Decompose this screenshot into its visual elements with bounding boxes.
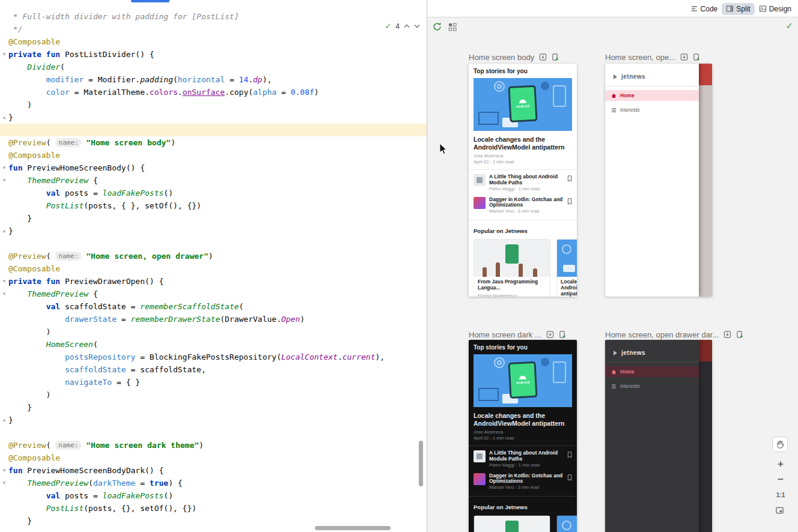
hero-illustration: android [474,78,572,131]
deploy-preview-icon[interactable] [736,330,744,339]
popular-heading: Popular on Jetnews [474,228,572,234]
post-thumbnail [474,473,486,485]
preview-card-home-screen-open-drawer[interactable]: jetnews Home Interests [605,64,712,297]
popular-carousel: From Java Programming Langua... Florina … [474,239,577,297]
popular-card: Locale changes and the AndroidViewModel … [556,515,577,532]
split-view-icon [726,5,734,13]
nav-drawer: jetnews Home Interests [605,340,699,532]
code-editor[interactable]: * Full-width divider with padding for [P… [0,0,427,532]
deploy-preview-icon[interactable] [693,53,701,61]
zoom-in-button[interactable]: + [775,458,786,470]
inspections-widget[interactable]: ✓ 4 [383,21,422,31]
jetnews-logo-text: jetnews [621,73,645,80]
popular-card-image [557,240,577,277]
deploy-preview-icon[interactable] [559,330,567,339]
drawer-item-interests: Interests [605,104,699,115]
deploy-preview-icon[interactable] [552,53,559,61]
post-author: Jose Alcérreca [474,429,572,435]
preview-label-home-screen-dark: Home screen dark ... [469,330,567,339]
top-stories-heading: Top stories for you [469,64,577,76]
android-phone-illustration: android [508,361,537,399]
popular-card: From Java Programming Langua... Florina … [474,515,550,532]
layout-options-icon[interactable] [448,23,457,31]
home-icon [611,369,617,375]
home-icon [611,93,617,98]
popular-card-image [557,516,577,532]
post-title: Locale changes and the AndroidViewModel … [474,136,572,151]
bookmark-icon [567,474,572,481]
inspections-count: 4 [395,22,400,31]
app-bar-strip [699,340,712,361]
post-thumbnail [474,450,486,462]
editor-vertical-scrollbar[interactable] [419,441,423,486]
preview-label-home-screen-open-drawer-dark: Home screen, open drawer dar... [605,330,744,339]
view-mode-toggle: Code Split Design [686,2,796,16]
post-thumbnail [474,197,486,209]
editor-horizontal-scrollbar[interactable] [315,526,391,530]
popular-heading: Popular on Jetnews [474,504,572,510]
post-date: April 02 - 1 min read [474,435,572,441]
design-view-icon [759,5,767,13]
tab-code[interactable]: Code [686,3,722,15]
post-list-item: A Little Thing about Android Module Path… [469,170,577,193]
zoom-to-fit-icon[interactable] [776,507,784,514]
interactive-mode-icon[interactable] [723,330,731,339]
divider [469,496,577,497]
interactive-mode-icon[interactable] [539,53,547,61]
jetnews-logo-text: jetnews [621,349,645,356]
preview-label-home-screen-body: Home screen body [469,52,559,62]
hand-icon [776,440,785,449]
app-content-behind-drawer [699,340,712,532]
active-tab-indicator [131,0,169,2]
drawer-item-interests: Interests [605,381,699,391]
app-bar-strip [699,64,712,85]
popular-carousel: From Java Programming Langua... Florina … [474,515,577,532]
inspections-ok-icon: ✓ [385,22,391,31]
interactive-mode-icon[interactable] [680,53,688,61]
zoom-out-button[interactable]: − [775,474,786,486]
post-title: Locale changes and the AndroidViewModel … [474,412,572,427]
preview-card-home-screen-body[interactable]: Top stories for you android Locale chang… [469,64,577,297]
preview-card-home-screen-open-drawer-dark[interactable]: jetnews Home Interests [605,340,712,532]
refresh-previews-icon[interactable] [432,22,442,32]
editor-mode-strip: Code Split Design [427,0,798,17]
top-stories-heading: Top stories for you [469,340,577,352]
popular-card-image [474,516,550,532]
pan-tool-button[interactable] [772,437,788,452]
tab-split[interactable]: Split [722,3,754,15]
android-phone-illustration: android [508,85,537,122]
nav-drawer: jetnews Home Interests [605,64,699,297]
post-thumbnail [474,174,486,186]
preview-label-home-screen-open-drawer: Home screen, ope... [605,52,701,62]
bookmark-icon [567,452,572,458]
jetnews-logo-icon [612,74,618,80]
popular-card-image [474,240,550,277]
interactive-mode-icon[interactable] [546,330,554,339]
code-view-icon [690,5,698,13]
sync-status-icon: ✓ [785,20,793,31]
interests-icon [611,107,617,113]
post-date: April 02 - 1 min read [474,159,572,165]
tab-design[interactable]: Design [755,3,796,15]
drawer-item-home: Home [605,366,699,377]
bookmark-icon [567,175,572,182]
divider [605,362,699,363]
divider [605,86,699,86]
popular-card: From Java Programming Langua... Florina … [474,239,550,297]
preview-card-home-screen-dark[interactable]: Top stories for you android Locale chang… [469,340,577,532]
drawer-item-home: Home [605,90,699,101]
app-content-behind-drawer [699,64,712,297]
bookmark-icon [567,198,572,205]
post-author: Jose Alcérreca [474,153,572,159]
divider [469,220,577,220]
popular-card: Locale changes and the AndroidViewModel … [556,239,577,297]
post-list-item: A Little Thing about Android Module Path… [469,446,577,469]
post-list-item: Dagger in Kotlin: Gotchas and Optimizati… [469,193,577,216]
code-lines[interactable]: * Full-width divider with padding for [P… [0,10,427,527]
zoom-ratio-button[interactable]: 1:1 [773,492,788,498]
next-issue-icon[interactable] [414,24,420,28]
post-list-item: Dagger in Kotlin: Gotchas and Optimizati… [469,469,577,492]
prev-issue-icon[interactable] [404,24,410,28]
jetnews-logo-icon [612,350,618,356]
interests-icon [611,384,617,389]
